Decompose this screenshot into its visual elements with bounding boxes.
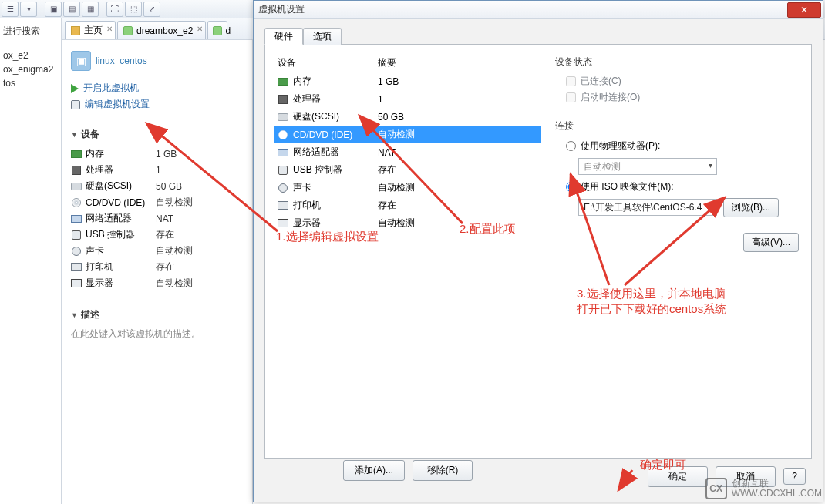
dialog-titlebar: 虚拟机设置 ✕ [254, 1, 823, 19]
col-device: 设备 [278, 56, 378, 69]
prn-icon [278, 200, 288, 211]
tab-vm[interactable]: d [207, 21, 227, 39]
chk-connect-on-power[interactable]: 启动时连接(O) [555, 89, 799, 106]
power-on-link[interactable]: 开启此虚拟机 [71, 82, 246, 95]
radio-physical-drive[interactable]: 使用物理驱动器(P): [555, 137, 799, 155]
disk-icon [71, 181, 82, 192]
cpu-icon [278, 94, 288, 105]
watermark: CX 创新互联WWW.CDCXHL.COM [705, 478, 822, 499]
tab-label: 主页 [84, 24, 103, 37]
advanced-button[interactable]: 高级(V)... [743, 233, 799, 252]
snd-icon [278, 183, 288, 193]
mem-icon [278, 76, 288, 87]
tab-label: dreambox_e2 [136, 25, 193, 36]
add-button[interactable]: 添加(A)... [343, 460, 405, 481]
hw-row[interactable]: 硬盘(SCSI)50 GB [274, 108, 541, 126]
gear-icon [71, 100, 80, 109]
physical-drive-select: 自动检测 [578, 158, 717, 175]
tree-item[interactable]: tos [2, 76, 59, 90]
close-icon[interactable]: ✕ [106, 25, 113, 33]
usb-icon [71, 230, 82, 240]
device-row[interactable]: CD/DVD (IDE)自动检测 [71, 194, 246, 210]
hw-row[interactable]: 处理器1 [274, 90, 541, 108]
vm-title: ▣ linux_centos [71, 51, 246, 71]
snd-icon [71, 246, 82, 257]
net-icon [71, 213, 82, 224]
prn-icon [71, 262, 82, 273]
toolbar-btn[interactable]: ▾ [20, 2, 37, 17]
iso-path-select[interactable]: E:\开发工具软件\CentOS-6.4 [578, 199, 717, 216]
toolbar-btn[interactable]: ☰ [2, 2, 19, 17]
home-icon [70, 25, 81, 36]
toolbar-btn[interactable]: ▣ [45, 2, 62, 17]
toolbar-btn[interactable]: ▦ [82, 2, 99, 17]
vm-icon: ▣ [71, 51, 91, 71]
remove-button[interactable]: 移除(R) [412, 460, 473, 481]
toolbar-btn[interactable]: ⬚ [125, 2, 142, 17]
hardware-detail: 设备状态 已连接(C) 启动时连接(O) 连接 使用物理驱动器(P): 自动检测… [552, 54, 802, 449]
device-row[interactable]: 处理器1 [71, 162, 246, 178]
vm-summary-panel: ▣ linux_centos 开启此虚拟机 编辑虚拟机设置 ▼设备 内存1 GB… [62, 40, 253, 504]
chk-connected[interactable]: 已连接(C) [555, 73, 799, 89]
tab-label: d [225, 25, 231, 36]
watermark-logo: CX [705, 478, 727, 499]
link-label: 开启此虚拟机 [83, 82, 139, 95]
hw-row[interactable]: 网络适配器NAT [274, 143, 541, 161]
search-label[interactable]: 进行搜索 [2, 22, 59, 41]
tab-options[interactable]: 选项 [303, 28, 342, 45]
section-devices[interactable]: ▼设备 [71, 128, 246, 141]
library-sidebar: 进行搜索 ox_e2 ox_enigma2 tos [0, 18, 62, 504]
vm-icon [123, 25, 133, 36]
tab-vm[interactable]: dreambox_e2 ✕ [117, 21, 206, 39]
radio-iso-file[interactable]: 使用 ISO 映像文件(M): [555, 178, 799, 196]
toolbar-btn[interactable]: ⛶ [106, 2, 123, 17]
link-label: 编辑虚拟机设置 [85, 98, 150, 111]
ok-button[interactable]: 确定 [648, 466, 708, 487]
toolbar-btn[interactable]: ⤢ [143, 2, 160, 17]
net-icon [278, 147, 288, 158]
dialog-title-text: 虚拟机设置 [258, 3, 305, 16]
browse-button[interactable]: 浏览(B)... [723, 198, 779, 217]
close-icon[interactable]: ✕ [197, 25, 203, 33]
tree-item[interactable]: ox_e2 [2, 49, 59, 62]
cd-icon [278, 129, 288, 140]
hw-row[interactable]: CD/DVD (IDE)自动检测 [274, 126, 541, 143]
device-row[interactable]: 声卡自动检测 [71, 243, 246, 259]
device-row[interactable]: USB 控制器存在 [71, 227, 246, 243]
hw-row[interactable]: 声卡自动检测 [274, 179, 541, 197]
cd-icon [71, 197, 82, 208]
device-row[interactable]: 显示器自动检测 [71, 275, 246, 291]
hardware-list: 设备 摘要 内存1 GB处理器1硬盘(SCSI)50 GBCD/DVD (IDE… [274, 54, 541, 449]
device-row[interactable]: 硬盘(SCSI)50 GB [71, 178, 246, 194]
play-icon [71, 84, 79, 93]
vm-title-text: linux_centos [96, 55, 147, 66]
status-header: 设备状态 [555, 55, 799, 69]
usb-icon [278, 165, 288, 176]
device-row[interactable]: 网络适配器NAT [71, 210, 246, 227]
disk-icon [278, 112, 288, 123]
connection-header: 连接 [555, 119, 799, 133]
tab-hardware[interactable]: 硬件 [264, 28, 303, 45]
hw-row[interactable]: USB 控制器存在 [274, 161, 541, 179]
hw-row[interactable]: 打印机存在 [274, 197, 541, 214]
hw-row[interactable]: 显示器自动检测 [274, 214, 541, 232]
tab-home[interactable]: 主页 ✕ [65, 21, 116, 39]
toolbar-btn[interactable]: ▤ [63, 2, 80, 17]
edit-settings-link[interactable]: 编辑虚拟机设置 [71, 98, 246, 111]
tree-item[interactable]: ox_enigma2 [2, 62, 59, 76]
cpu-icon [71, 165, 82, 176]
vm-icon [213, 25, 222, 36]
device-row[interactable]: 内存1 GB [71, 146, 246, 162]
mem-icon [71, 149, 82, 160]
disp-icon [278, 218, 288, 229]
description-placeholder[interactable]: 在此处键入对该虚拟机的描述。 [71, 328, 246, 341]
disp-icon [71, 278, 82, 289]
hw-row[interactable]: 内存1 GB [274, 72, 541, 90]
device-row[interactable]: 打印机存在 [71, 259, 246, 275]
section-description[interactable]: ▼描述 [71, 308, 246, 321]
col-summary: 摘要 [378, 56, 396, 69]
close-button[interactable]: ✕ [787, 2, 821, 18]
vm-settings-dialog: 虚拟机设置 ✕ 硬件 选项 设备 摘要 内存1 GB处理器1硬盘(SCSI)50… [253, 0, 823, 502]
